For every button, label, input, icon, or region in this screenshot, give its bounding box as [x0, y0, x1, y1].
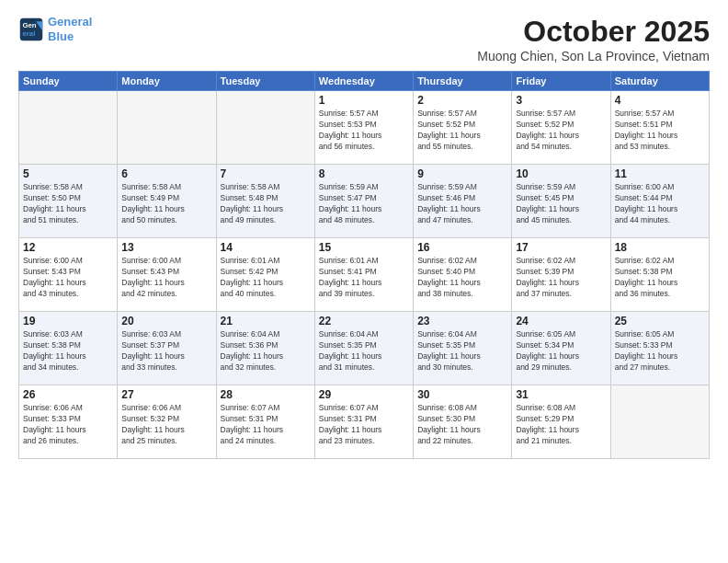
table-row: [610, 385, 709, 459]
day-number: 17: [516, 241, 606, 254]
day-number: 21: [221, 315, 311, 327]
day-info: Sunrise: 5:58 AM Sunset: 5:48 PM Dayligh…: [221, 182, 311, 226]
table-row: 3Sunrise: 5:57 AM Sunset: 5:52 PM Daylig…: [512, 91, 610, 165]
table-row: 15Sunrise: 6:01 AM Sunset: 5:41 PM Dayli…: [314, 238, 413, 312]
day-info: Sunrise: 6:08 AM Sunset: 5:29 PM Dayligh…: [516, 403, 606, 447]
table-row: [19, 91, 118, 165]
table-row: 9Sunrise: 5:59 AM Sunset: 5:46 PM Daylig…: [414, 165, 512, 238]
table-row: 22Sunrise: 6:04 AM Sunset: 5:35 PM Dayli…: [314, 312, 413, 385]
calendar-week-row: 19Sunrise: 6:03 AM Sunset: 5:38 PM Dayli…: [19, 312, 710, 385]
day-number: 15: [319, 241, 409, 254]
day-info: Sunrise: 5:59 AM Sunset: 5:46 PM Dayligh…: [417, 182, 507, 226]
col-monday: Monday: [118, 72, 216, 91]
table-row: 5Sunrise: 5:58 AM Sunset: 5:50 PM Daylig…: [19, 165, 118, 238]
table-row: 17Sunrise: 6:02 AM Sunset: 5:39 PM Dayli…: [512, 238, 610, 312]
day-info: Sunrise: 6:01 AM Sunset: 5:42 PM Dayligh…: [221, 256, 311, 300]
day-number: 1: [319, 94, 409, 107]
table-row: 4Sunrise: 5:57 AM Sunset: 5:51 PM Daylig…: [610, 91, 709, 165]
calendar: Sunday Monday Tuesday Wednesday Thursday…: [18, 71, 710, 459]
table-row: 14Sunrise: 6:01 AM Sunset: 5:42 PM Dayli…: [216, 238, 314, 312]
table-row: 18Sunrise: 6:02 AM Sunset: 5:38 PM Dayli…: [610, 238, 709, 312]
day-number: 31: [516, 388, 606, 401]
day-number: 25: [615, 315, 705, 327]
day-number: 13: [121, 241, 211, 254]
day-info: Sunrise: 5:57 AM Sunset: 5:52 PM Dayligh…: [417, 109, 507, 153]
day-info: Sunrise: 6:04 AM Sunset: 5:35 PM Dayligh…: [319, 329, 409, 373]
table-row: 27Sunrise: 6:06 AM Sunset: 5:32 PM Dayli…: [118, 385, 216, 459]
day-number: 14: [221, 241, 311, 254]
day-number: 30: [417, 388, 507, 401]
day-number: 19: [23, 315, 113, 327]
col-friday: Friday: [512, 72, 610, 91]
table-row: 10Sunrise: 5:59 AM Sunset: 5:45 PM Dayli…: [512, 165, 610, 238]
table-row: 19Sunrise: 6:03 AM Sunset: 5:38 PM Dayli…: [19, 312, 118, 385]
table-row: 24Sunrise: 6:05 AM Sunset: 5:34 PM Dayli…: [512, 312, 610, 385]
day-info: Sunrise: 6:00 AM Sunset: 5:43 PM Dayligh…: [121, 256, 211, 300]
logo-icon: Gen eral: [18, 17, 44, 42]
header-row: Sunday Monday Tuesday Wednesday Thursday…: [19, 72, 710, 91]
table-row: 23Sunrise: 6:04 AM Sunset: 5:35 PM Dayli…: [414, 312, 512, 385]
table-row: 31Sunrise: 6:08 AM Sunset: 5:29 PM Dayli…: [512, 385, 610, 459]
day-info: Sunrise: 6:05 AM Sunset: 5:33 PM Dayligh…: [615, 329, 705, 373]
day-number: 5: [23, 167, 113, 180]
day-number: 10: [516, 167, 606, 180]
table-row: [216, 91, 314, 165]
day-info: Sunrise: 5:59 AM Sunset: 5:47 PM Dayligh…: [319, 182, 409, 226]
day-info: Sunrise: 6:07 AM Sunset: 5:31 PM Dayligh…: [221, 403, 311, 447]
day-number: 3: [516, 94, 606, 107]
day-number: 29: [319, 388, 409, 401]
day-info: Sunrise: 6:07 AM Sunset: 5:31 PM Dayligh…: [319, 403, 409, 447]
day-info: Sunrise: 6:02 AM Sunset: 5:40 PM Dayligh…: [417, 256, 507, 300]
day-number: 26: [23, 388, 113, 401]
svg-text:Gen: Gen: [22, 21, 36, 29]
logo-line1: General: [48, 15, 92, 29]
day-number: 8: [319, 167, 409, 180]
table-row: 13Sunrise: 6:00 AM Sunset: 5:43 PM Dayli…: [118, 238, 216, 312]
day-number: 18: [615, 241, 705, 254]
table-row: 2Sunrise: 5:57 AM Sunset: 5:52 PM Daylig…: [414, 91, 512, 165]
calendar-week-row: 12Sunrise: 6:00 AM Sunset: 5:43 PM Dayli…: [19, 238, 710, 312]
day-info: Sunrise: 6:00 AM Sunset: 5:43 PM Dayligh…: [23, 256, 113, 300]
month-title: October 2025: [477, 15, 710, 49]
day-info: Sunrise: 5:57 AM Sunset: 5:53 PM Dayligh…: [319, 109, 409, 153]
calendar-week-row: 26Sunrise: 6:06 AM Sunset: 5:33 PM Dayli…: [19, 385, 710, 459]
table-row: 7Sunrise: 5:58 AM Sunset: 5:48 PM Daylig…: [216, 165, 314, 238]
col-tuesday: Tuesday: [216, 72, 314, 91]
col-sunday: Sunday: [19, 72, 118, 91]
day-number: 20: [121, 315, 211, 327]
table-row: 12Sunrise: 6:00 AM Sunset: 5:43 PM Dayli…: [19, 238, 118, 312]
table-row: 16Sunrise: 6:02 AM Sunset: 5:40 PM Dayli…: [414, 238, 512, 312]
day-number: 2: [417, 94, 507, 107]
calendar-week-row: 1Sunrise: 5:57 AM Sunset: 5:53 PM Daylig…: [19, 91, 710, 165]
table-row: 6Sunrise: 5:58 AM Sunset: 5:49 PM Daylig…: [118, 165, 216, 238]
day-number: 28: [221, 388, 311, 401]
table-row: 25Sunrise: 6:05 AM Sunset: 5:33 PM Dayli…: [610, 312, 709, 385]
day-number: 22: [319, 315, 409, 327]
day-info: Sunrise: 6:06 AM Sunset: 5:32 PM Dayligh…: [121, 403, 211, 447]
day-info: Sunrise: 6:06 AM Sunset: 5:33 PM Dayligh…: [23, 403, 113, 447]
table-row: 26Sunrise: 6:06 AM Sunset: 5:33 PM Dayli…: [19, 385, 118, 459]
subtitle: Muong Chien, Son La Province, Vietnam: [477, 49, 710, 63]
day-info: Sunrise: 6:03 AM Sunset: 5:37 PM Dayligh…: [121, 329, 211, 373]
table-row: [118, 91, 216, 165]
day-number: 27: [121, 388, 211, 401]
day-info: Sunrise: 5:58 AM Sunset: 5:50 PM Dayligh…: [23, 182, 113, 226]
day-number: 6: [121, 167, 211, 180]
title-block: October 2025 Muong Chien, Son La Provinc…: [477, 15, 710, 63]
day-number: 23: [417, 315, 507, 327]
header: Gen eral General Blue October 2025 Muong…: [18, 15, 710, 63]
day-info: Sunrise: 6:05 AM Sunset: 5:34 PM Dayligh…: [516, 329, 606, 373]
day-info: Sunrise: 6:04 AM Sunset: 5:36 PM Dayligh…: [221, 329, 311, 373]
logo-line2: Blue: [48, 29, 74, 43]
day-info: Sunrise: 6:00 AM Sunset: 5:44 PM Dayligh…: [615, 182, 705, 226]
page: Gen eral General Blue October 2025 Muong…: [0, 0, 728, 563]
day-number: 4: [615, 94, 705, 107]
table-row: 20Sunrise: 6:03 AM Sunset: 5:37 PM Dayli…: [118, 312, 216, 385]
day-number: 7: [221, 167, 311, 180]
day-info: Sunrise: 6:04 AM Sunset: 5:35 PM Dayligh…: [417, 329, 507, 373]
svg-text:eral: eral: [22, 29, 35, 38]
day-number: 24: [516, 315, 606, 327]
day-info: Sunrise: 5:57 AM Sunset: 5:52 PM Dayligh…: [516, 109, 606, 153]
day-number: 16: [417, 241, 507, 254]
day-info: Sunrise: 6:03 AM Sunset: 5:38 PM Dayligh…: [23, 329, 113, 373]
